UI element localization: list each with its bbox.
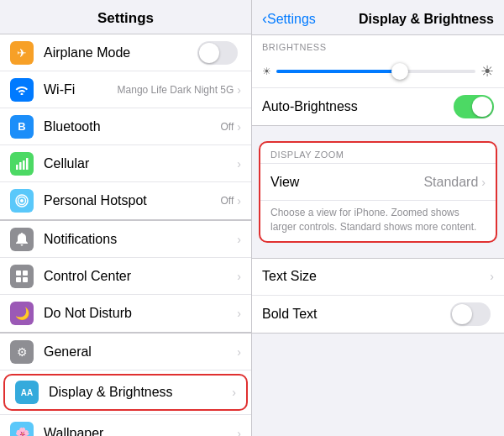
- control-center-chevron: ›: [237, 270, 241, 283]
- text-size-chevron: ›: [490, 270, 494, 283]
- display-zoom-view-row[interactable]: View Standard ›: [260, 164, 496, 201]
- notifications-icon: [10, 228, 34, 251]
- bold-text-row[interactable]: Bold Text: [252, 296, 504, 333]
- control-center-label: Control Center: [44, 269, 237, 284]
- bluetooth-value: Off: [221, 121, 234, 133]
- text-size-row[interactable]: Text Size ›: [252, 259, 504, 296]
- svg-rect-7: [16, 271, 21, 276]
- svg-point-4: [20, 199, 24, 202]
- bold-text-label: Bold Text: [262, 307, 450, 322]
- left-panel: Settings ✈ Airplane Mode Wi-Fi Mango Lif…: [0, 0, 252, 436]
- auto-brightness-toggle[interactable]: [454, 95, 494, 118]
- general-label: General: [44, 344, 237, 360]
- notifications-label: Notifications: [44, 232, 237, 247]
- sidebar-item-airplane[interactable]: ✈ Airplane Mode: [0, 34, 251, 71]
- display-brightness-icon: AA: [15, 381, 39, 404]
- wifi-label: Wi-Fi: [44, 82, 118, 97]
- general-chevron: ›: [237, 345, 241, 359]
- svg-rect-9: [16, 277, 21, 282]
- auto-brightness-label: Auto-Brightness: [262, 99, 454, 114]
- wallpaper-label: Wallpaper: [44, 426, 237, 437]
- sidebar-item-wallpaper[interactable]: 🌸 Wallpaper ›: [0, 415, 251, 436]
- text-group: Text Size › Bold Text: [252, 258, 504, 334]
- brightness-section-label: BRIGHTNESS: [252, 35, 504, 55]
- brightness-fill: [276, 70, 396, 73]
- right-header: ‹ Settings Display & Brightness: [252, 0, 504, 34]
- auto-brightness-row[interactable]: Auto-Brightness: [252, 88, 504, 125]
- wallpaper-chevron: ›: [237, 427, 241, 437]
- airplane-icon: ✈: [10, 41, 34, 65]
- brightness-group: BRIGHTNESS ☀ ☀ Auto-Brightness: [252, 34, 504, 126]
- bold-text-toggle[interactable]: [450, 302, 491, 326]
- wifi-value: Mango Life Dark Night 5G: [118, 84, 234, 96]
- hotspot-icon: [10, 189, 34, 213]
- hotspot-label: Personal Hotspot: [44, 193, 221, 208]
- display-zoom-view-value: Standard: [423, 175, 478, 190]
- hotspot-value: Off: [221, 195, 234, 207]
- back-button[interactable]: Settings: [267, 12, 316, 27]
- display-zoom-description: Choose a view for iPhone. Zoomed shows l…: [260, 201, 496, 241]
- sidebar-item-bluetooth[interactable]: B Bluetooth Off ›: [0, 108, 251, 145]
- display-zoom-group: DISPLAY ZOOM View Standard › Choose a vi…: [259, 141, 497, 243]
- brightness-slider[interactable]: [276, 70, 475, 73]
- airplane-label: Airplane Mode: [44, 45, 197, 60]
- svg-rect-3: [26, 158, 29, 170]
- left-panel-title: Settings: [0, 0, 251, 34]
- wifi-icon: [10, 78, 34, 102]
- text-size-label: Text Size: [262, 269, 490, 284]
- airplane-toggle[interactable]: [197, 41, 238, 65]
- notifications-chevron: ›: [237, 233, 241, 246]
- display-group: ⚙ General › AA Display & Brightness › 🌸 …: [0, 333, 251, 436]
- sidebar-item-control-center[interactable]: Control Center ›: [0, 258, 251, 295]
- system-group: Notifications › Control Center › 🌙 Do No…: [0, 220, 251, 333]
- sidebar-item-do-not-disturb[interactable]: 🌙 Do Not Disturb ›: [0, 295, 251, 332]
- sidebar-item-display-brightness[interactable]: AA Display & Brightness ›: [3, 374, 248, 411]
- cellular-icon: [10, 152, 34, 176]
- sidebar-item-cellular[interactable]: Cellular ›: [0, 145, 251, 182]
- bluetooth-icon: B: [10, 115, 34, 139]
- brightness-row[interactable]: ☀ ☀: [252, 55, 504, 88]
- display-zoom-view-label: View: [270, 175, 423, 190]
- display-brightness-chevron: ›: [232, 386, 236, 399]
- display-brightness-label: Display & Brightness: [49, 385, 232, 400]
- do-not-disturb-chevron: ›: [237, 307, 241, 320]
- control-center-icon: [10, 265, 34, 288]
- sidebar-item-hotspot[interactable]: Personal Hotspot Off ›: [0, 182, 251, 219]
- right-panel: ‹ Settings Display & Brightness BRIGHTNE…: [252, 0, 504, 436]
- brightness-high-icon: ☀: [480, 62, 494, 81]
- svg-rect-0: [16, 165, 18, 170]
- general-icon: ⚙: [10, 340, 34, 364]
- hotspot-chevron: ›: [237, 194, 241, 207]
- svg-rect-10: [23, 277, 28, 282]
- wallpaper-icon: 🌸: [10, 422, 34, 437]
- bluetooth-chevron: ›: [237, 120, 241, 134]
- bluetooth-label: Bluetooth: [44, 119, 221, 134]
- connectivity-group: ✈ Airplane Mode Wi-Fi Mango Life Dark Ni…: [0, 34, 251, 220]
- display-zoom-section-label: DISPLAY ZOOM: [260, 143, 496, 164]
- sidebar-item-wifi[interactable]: Wi-Fi Mango Life Dark Night 5G ›: [0, 71, 251, 108]
- display-zoom-chevron: ›: [481, 176, 486, 189]
- brightness-low-icon: ☀: [262, 66, 271, 77]
- cellular-chevron: ›: [237, 157, 241, 171]
- right-panel-title: Display & Brightness: [319, 12, 494, 27]
- brightness-thumb: [391, 63, 408, 80]
- sidebar-item-general[interactable]: ⚙ General ›: [0, 334, 251, 370]
- cellular-label: Cellular: [44, 156, 237, 171]
- do-not-disturb-icon: 🌙: [10, 302, 34, 325]
- svg-rect-1: [19, 162, 22, 170]
- svg-rect-2: [23, 160, 25, 170]
- sidebar-item-notifications[interactable]: Notifications ›: [0, 221, 251, 258]
- do-not-disturb-label: Do Not Disturb: [44, 306, 237, 321]
- wifi-chevron: ›: [237, 83, 241, 97]
- svg-rect-8: [23, 271, 28, 276]
